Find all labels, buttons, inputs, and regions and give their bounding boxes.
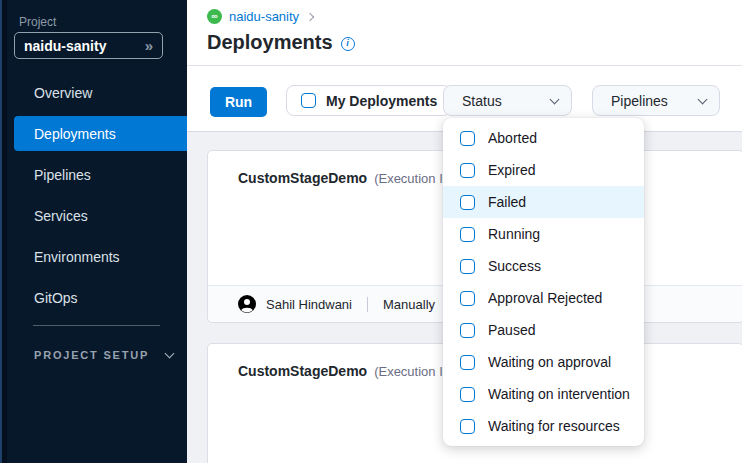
- user-avatar-icon: [238, 295, 256, 313]
- status-filter-dropdown[interactable]: Status: [443, 85, 572, 116]
- checkbox-icon[interactable]: [460, 419, 475, 434]
- status-option-approval-rejected[interactable]: Approval Rejected: [443, 282, 644, 314]
- sidebar-item-services[interactable]: Services: [7, 195, 187, 236]
- sidebar-nav: Overview Deployments Pipelines Services …: [7, 72, 187, 318]
- status-option-aborted[interactable]: Aborted: [443, 122, 644, 154]
- checkbox-icon[interactable]: [460, 291, 475, 306]
- chevron-down-icon: [550, 94, 560, 104]
- status-option-running[interactable]: Running: [443, 218, 644, 250]
- pipelines-filter-dropdown[interactable]: Pipelines: [592, 85, 720, 116]
- sidebar-divider: [33, 325, 160, 326]
- run-button[interactable]: Run: [210, 87, 267, 117]
- my-deployments-label: My Deployments: [326, 93, 437, 109]
- checkbox-icon[interactable]: [460, 195, 475, 210]
- pipelines-filter-label: Pipelines: [611, 93, 668, 109]
- status-filter-label: Status: [462, 93, 502, 109]
- status-filter-menu: Aborted Expired Failed Running Success A…: [443, 118, 644, 446]
- status-option-waiting-for-resources[interactable]: Waiting for resources: [443, 410, 644, 442]
- execution-id-label: (Execution Id: [374, 364, 450, 379]
- project-setup-toggle[interactable]: PROJECT SETUP: [34, 349, 173, 361]
- status-option-expired[interactable]: Expired: [443, 154, 644, 186]
- project-label: Project: [19, 15, 56, 29]
- footer-divider: [367, 297, 368, 312]
- breadcrumb-project-link[interactable]: naidu-sanity: [229, 9, 299, 24]
- sidebar-item-deployments[interactable]: Deployments: [7, 113, 187, 154]
- chevron-right-icon: [306, 12, 314, 20]
- sidebar-item-gitops[interactable]: GitOps: [7, 277, 187, 318]
- page-header: ∞ naidu-sanity Deployments i: [187, 0, 742, 66]
- execution-id-label: (Execution Id: [374, 171, 450, 186]
- checkbox-icon[interactable]: [460, 131, 475, 146]
- project-selector[interactable]: »: [14, 32, 163, 59]
- trigger-type-label: Manually: [383, 297, 435, 312]
- my-deployments-toggle[interactable]: My Deployments: [286, 85, 452, 116]
- project-name-input[interactable]: [24, 38, 145, 54]
- project-expand-icon[interactable]: »: [145, 37, 153, 54]
- project-setup-label: PROJECT SETUP: [34, 349, 149, 361]
- page-title: Deployments: [207, 31, 333, 54]
- sidebar-item-pipelines[interactable]: Pipelines: [7, 154, 187, 195]
- sidebar-item-environments[interactable]: Environments: [7, 236, 187, 277]
- status-option-paused[interactable]: Paused: [443, 314, 644, 346]
- pipeline-name-link[interactable]: CustomStageDemo: [238, 363, 367, 379]
- breadcrumb: ∞ naidu-sanity: [207, 9, 313, 24]
- checkbox-icon[interactable]: [460, 323, 475, 338]
- status-option-waiting-on-approval[interactable]: Waiting on approval: [443, 346, 644, 378]
- status-option-failed[interactable]: Failed: [443, 186, 644, 218]
- checkbox-icon[interactable]: [460, 387, 475, 402]
- sidebar-item-overview[interactable]: Overview: [7, 72, 187, 113]
- triggered-by-label: Sahil Hindwani: [266, 297, 352, 312]
- checkbox-icon[interactable]: [460, 259, 475, 274]
- cd-module-icon: ∞: [207, 9, 222, 24]
- checkbox-icon[interactable]: [460, 355, 475, 370]
- chevron-down-icon: [165, 348, 175, 358]
- checkbox-icon[interactable]: [460, 227, 475, 242]
- info-icon[interactable]: i: [341, 37, 355, 51]
- status-option-waiting-on-intervention[interactable]: Waiting on intervention: [443, 378, 644, 410]
- checkbox-icon[interactable]: [460, 163, 475, 178]
- status-option-success[interactable]: Success: [443, 250, 644, 282]
- my-deployments-checkbox[interactable]: [301, 93, 316, 108]
- chevron-down-icon: [698, 94, 708, 104]
- project-sidebar: Project » Overview Deployments Pipelines…: [0, 0, 187, 463]
- pipeline-name-link[interactable]: CustomStageDemo: [238, 170, 367, 186]
